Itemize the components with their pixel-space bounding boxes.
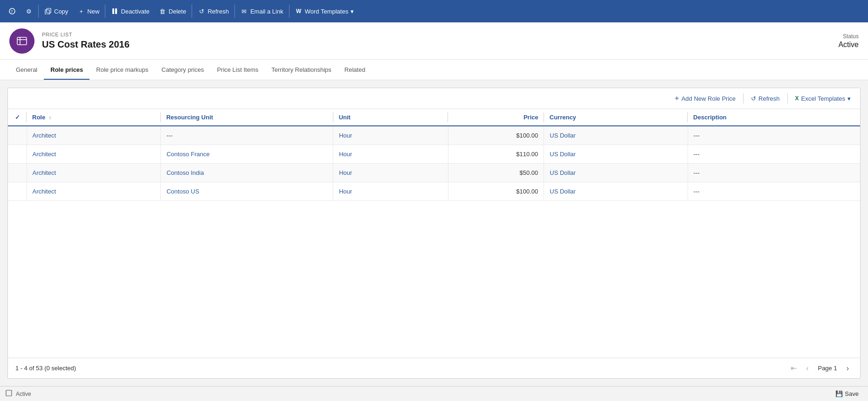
settings-button[interactable]: ⚙: [21, 5, 37, 18]
tab-territory-relationships[interactable]: Territory Relationships: [265, 61, 338, 80]
main-content: + Add New Role Price ↺ Refresh X Excel T…: [0, 80, 868, 386]
row-currency-cell[interactable]: US Dollar: [544, 126, 688, 145]
grid-refresh-icon: ↺: [751, 95, 756, 102]
tab-related[interactable]: Related: [338, 61, 372, 80]
status-bar: Active 💾 Save: [0, 386, 868, 401]
delete-label: Delete: [169, 8, 186, 15]
entity-header: PRICE LIST US Cost Rates 2016 Status Act…: [0, 22, 868, 60]
col-header-resourcing-unit[interactable]: Resourcing Unit: [161, 109, 333, 126]
page-first-button[interactable]: ⇤: [787, 362, 800, 374]
col-header-role[interactable]: Role ↑: [27, 109, 161, 126]
row-resourcing-unit-cell[interactable]: Contoso France: [161, 145, 333, 164]
row-resourcing-unit-cell[interactable]: ---: [161, 126, 333, 145]
col-header-price[interactable]: Price: [448, 109, 544, 126]
word-icon: W: [295, 7, 303, 15]
delete-icon: 🗑: [159, 7, 166, 15]
row-price-cell: $100.00: [448, 126, 544, 145]
role-prices-table: ✓ Role ↑ Resourcing Unit Unit Price Curr…: [8, 109, 860, 201]
entity-status: Status Active: [838, 33, 859, 49]
page-label: Page 1: [814, 365, 840, 372]
role-sort-arrow: ↑: [49, 115, 51, 120]
table-row[interactable]: Architect Contoso US Hour $100.00 US Dol…: [8, 182, 860, 201]
page-prev-button[interactable]: ‹: [802, 362, 812, 374]
table-row[interactable]: Architect Contoso France Hour $110.00 US…: [8, 145, 860, 164]
copy-label: Copy: [54, 8, 68, 15]
row-currency-cell[interactable]: US Dollar: [544, 164, 688, 182]
grid-toolbar-sep-1: [743, 93, 744, 104]
excel-templates-button[interactable]: X Excel Templates ▾: [792, 93, 854, 104]
entity-type: PRICE LIST: [42, 32, 838, 37]
excel-icon: X: [795, 95, 799, 102]
separator-4: [234, 5, 235, 18]
svg-rect-5: [115, 8, 117, 14]
col-header-currency[interactable]: Currency: [544, 109, 688, 126]
row-check-cell[interactable]: [8, 126, 27, 145]
row-check-cell[interactable]: [8, 145, 27, 164]
tab-role-prices[interactable]: Role prices: [44, 61, 90, 80]
grid-container: + Add New Role Price ↺ Refresh X Excel T…: [7, 88, 861, 379]
copy-button[interactable]: Copy: [40, 5, 73, 18]
refresh-button[interactable]: ↺ Refresh: [193, 5, 234, 18]
row-unit-cell[interactable]: Hour: [333, 164, 448, 182]
separator-2: [105, 5, 105, 18]
add-new-role-price-label: Add New Role Price: [682, 95, 736, 102]
pagination-info: 1 - 4 of 53 (0 selected): [15, 365, 76, 372]
svg-text:?: ?: [11, 9, 13, 14]
pagination: 1 - 4 of 53 (0 selected) ⇤ ‹ Page 1 ›: [8, 358, 860, 378]
save-icon: 💾: [835, 390, 843, 397]
row-role-cell[interactable]: Architect: [27, 126, 161, 145]
new-button[interactable]: + New: [73, 5, 104, 18]
status-bar-status: Active: [16, 391, 31, 397]
delete-button[interactable]: 🗑 Delete: [154, 5, 191, 18]
add-new-role-price-button[interactable]: + Add New Role Price: [671, 92, 739, 105]
col-header-description[interactable]: Description: [688, 109, 860, 126]
email-link-button[interactable]: ✉ Email a Link: [236, 5, 288, 18]
status-label: Status: [838, 33, 859, 40]
row-resourcing-unit-cell[interactable]: Contoso US: [161, 182, 333, 201]
back-button[interactable]: ?: [4, 5, 21, 18]
row-check-cell[interactable]: [8, 164, 27, 182]
table-row[interactable]: Architect Contoso India Hour $50.00 US D…: [8, 164, 860, 182]
row-resourcing-unit-cell[interactable]: Contoso India: [161, 164, 333, 182]
svg-rect-9: [6, 390, 12, 396]
save-button[interactable]: 💾 Save: [832, 388, 862, 399]
new-label: New: [87, 8, 99, 15]
row-currency-cell[interactable]: US Dollar: [544, 182, 688, 201]
word-templates-button[interactable]: W Word Templates ▾: [290, 5, 358, 18]
tab-price-list-items[interactable]: Price List Items: [210, 61, 265, 80]
col-header-unit[interactable]: Unit: [333, 109, 448, 126]
row-description-cell: ---: [688, 145, 860, 164]
tab-role-price-markups[interactable]: Role price markups: [90, 61, 155, 80]
table-row[interactable]: Architect --- Hour $100.00 US Dollar ---: [8, 126, 860, 145]
row-role-cell[interactable]: Architect: [27, 182, 161, 201]
word-templates-label: Word Templates: [305, 8, 348, 15]
refresh-label: Refresh: [207, 8, 229, 15]
deactivate-label: Deactivate: [121, 8, 149, 15]
row-price-cell: $50.00: [448, 164, 544, 182]
svg-rect-6: [17, 37, 27, 45]
row-role-cell[interactable]: Architect: [27, 145, 161, 164]
tab-navigation: General Role prices Role price markups C…: [0, 60, 868, 80]
row-check-cell[interactable]: [8, 182, 27, 201]
table-scroll-area[interactable]: ✓ Role ↑ Resourcing Unit Unit Price Curr…: [8, 109, 860, 358]
tab-category-prices[interactable]: Category prices: [155, 61, 210, 80]
row-role-cell[interactable]: Architect: [27, 164, 161, 182]
copy-icon: [44, 7, 52, 15]
row-price-cell: $110.00: [448, 145, 544, 164]
grid-refresh-button[interactable]: ↺ Refresh: [747, 93, 784, 104]
status-bar-right: 💾 Save: [832, 388, 862, 399]
row-unit-cell[interactable]: Hour: [333, 145, 448, 164]
page-next-button[interactable]: ›: [843, 362, 853, 374]
tab-general[interactable]: General: [9, 61, 44, 80]
status-value: Active: [838, 41, 859, 49]
excel-templates-chevron: ▾: [847, 95, 851, 102]
deactivate-button[interactable]: Deactivate: [106, 5, 154, 18]
row-unit-cell[interactable]: Hour: [333, 126, 448, 145]
row-unit-cell[interactable]: Hour: [333, 182, 448, 201]
status-bar-left: Active: [6, 390, 31, 398]
row-currency-cell[interactable]: US Dollar: [544, 145, 688, 164]
row-price-cell: $100.00: [448, 182, 544, 201]
svg-rect-3: [45, 10, 49, 14]
excel-templates-label: Excel Templates: [801, 95, 845, 102]
grid-refresh-label: Refresh: [758, 95, 780, 102]
